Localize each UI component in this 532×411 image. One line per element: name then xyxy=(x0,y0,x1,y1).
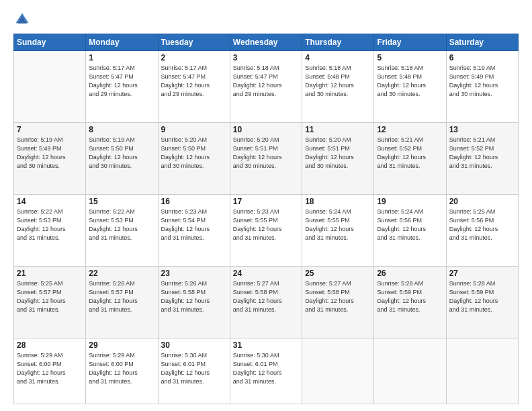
day-info: Sunrise: 5:18 AM Sunset: 5:48 PM Dayligh… xyxy=(377,64,443,99)
day-number: 5 xyxy=(377,53,443,62)
day-info: Sunrise: 5:29 AM Sunset: 6:00 PM Dayligh… xyxy=(17,351,83,386)
day-number: 8 xyxy=(89,125,154,134)
calendar-cell: 12Sunrise: 5:21 AM Sunset: 5:52 PM Dayli… xyxy=(374,122,446,194)
page: SundayMondayTuesdayWednesdayThursdayFrid… xyxy=(0,0,532,411)
day-number: 9 xyxy=(161,125,227,134)
calendar-cell: 10Sunrise: 5:20 AM Sunset: 5:51 PM Dayli… xyxy=(230,122,302,194)
calendar-cell: 21Sunrise: 5:25 AM Sunset: 5:57 PM Dayli… xyxy=(14,266,86,338)
calendar-cell: 3Sunrise: 5:18 AM Sunset: 5:47 PM Daylig… xyxy=(230,51,302,123)
day-info: Sunrise: 5:20 AM Sunset: 5:51 PM Dayligh… xyxy=(305,136,371,171)
calendar-cell: 29Sunrise: 5:29 AM Sunset: 6:00 PM Dayli… xyxy=(86,338,158,404)
day-info: Sunrise: 5:30 AM Sunset: 6:01 PM Dayligh… xyxy=(161,351,227,386)
calendar-cell: 17Sunrise: 5:23 AM Sunset: 5:55 PM Dayli… xyxy=(230,194,302,266)
weekday-header: Thursday xyxy=(302,34,374,51)
day-info: Sunrise: 5:22 AM Sunset: 5:53 PM Dayligh… xyxy=(89,208,154,242)
day-number: 19 xyxy=(377,197,443,206)
day-number: 2 xyxy=(161,53,227,62)
day-info: Sunrise: 5:19 AM Sunset: 5:49 PM Dayligh… xyxy=(449,64,515,99)
day-number: 31 xyxy=(233,340,299,350)
logo xyxy=(13,12,32,27)
calendar-cell: 25Sunrise: 5:27 AM Sunset: 5:58 PM Dayli… xyxy=(302,266,374,338)
day-info: Sunrise: 5:19 AM Sunset: 5:49 PM Dayligh… xyxy=(17,136,83,171)
day-number: 23 xyxy=(161,269,227,278)
day-info: Sunrise: 5:29 AM Sunset: 6:00 PM Dayligh… xyxy=(89,351,154,386)
day-number: 11 xyxy=(305,125,371,134)
calendar-cell: 7Sunrise: 5:19 AM Sunset: 5:49 PM Daylig… xyxy=(14,122,86,194)
day-number: 24 xyxy=(233,269,299,278)
calendar-table: SundayMondayTuesdayWednesdayThursdayFrid… xyxy=(13,34,519,404)
day-info: Sunrise: 5:18 AM Sunset: 5:47 PM Dayligh… xyxy=(233,64,299,99)
day-info: Sunrise: 5:28 AM Sunset: 5:59 PM Dayligh… xyxy=(377,279,443,314)
day-number: 6 xyxy=(449,53,515,62)
day-number: 10 xyxy=(233,125,299,134)
day-info: Sunrise: 5:22 AM Sunset: 5:53 PM Dayligh… xyxy=(17,208,83,242)
day-number: 13 xyxy=(449,125,515,134)
day-info: Sunrise: 5:20 AM Sunset: 5:50 PM Dayligh… xyxy=(161,136,227,171)
calendar-cell xyxy=(446,338,518,404)
day-info: Sunrise: 5:27 AM Sunset: 5:58 PM Dayligh… xyxy=(305,279,371,314)
calendar-cell: 19Sunrise: 5:24 AM Sunset: 5:56 PM Dayli… xyxy=(374,194,446,266)
day-number: 4 xyxy=(305,53,371,62)
calendar-cell: 13Sunrise: 5:21 AM Sunset: 5:52 PM Dayli… xyxy=(446,122,518,194)
day-info: Sunrise: 5:24 AM Sunset: 5:55 PM Dayligh… xyxy=(305,208,371,242)
calendar-cell xyxy=(14,51,86,123)
day-number: 1 xyxy=(89,53,154,62)
weekday-header: Wednesday xyxy=(230,34,302,51)
day-info: Sunrise: 5:21 AM Sunset: 5:52 PM Dayligh… xyxy=(377,136,443,171)
calendar-cell: 9Sunrise: 5:20 AM Sunset: 5:50 PM Daylig… xyxy=(158,122,230,194)
weekday-header: Tuesday xyxy=(158,34,230,51)
day-number: 16 xyxy=(161,197,227,206)
day-info: Sunrise: 5:20 AM Sunset: 5:51 PM Dayligh… xyxy=(233,136,299,171)
day-info: Sunrise: 5:26 AM Sunset: 5:58 PM Dayligh… xyxy=(161,279,227,314)
calendar-cell: 5Sunrise: 5:18 AM Sunset: 5:48 PM Daylig… xyxy=(374,51,446,123)
weekday-header: Saturday xyxy=(446,34,518,51)
calendar-cell: 4Sunrise: 5:18 AM Sunset: 5:48 PM Daylig… xyxy=(302,51,374,123)
calendar-cell: 31Sunrise: 5:30 AM Sunset: 6:01 PM Dayli… xyxy=(230,338,302,404)
calendar-cell: 8Sunrise: 5:19 AM Sunset: 5:50 PM Daylig… xyxy=(86,122,158,194)
day-info: Sunrise: 5:23 AM Sunset: 5:54 PM Dayligh… xyxy=(161,208,227,242)
calendar-cell: 15Sunrise: 5:22 AM Sunset: 5:53 PM Dayli… xyxy=(86,194,158,266)
weekday-header: Monday xyxy=(86,34,158,51)
day-number: 30 xyxy=(161,340,227,350)
day-info: Sunrise: 5:17 AM Sunset: 5:47 PM Dayligh… xyxy=(89,64,154,99)
day-info: Sunrise: 5:28 AM Sunset: 5:59 PM Dayligh… xyxy=(449,279,515,314)
day-info: Sunrise: 5:24 AM Sunset: 5:56 PM Dayligh… xyxy=(377,208,443,242)
day-number: 25 xyxy=(305,269,371,278)
day-number: 29 xyxy=(89,340,154,350)
day-number: 17 xyxy=(233,197,299,206)
calendar-cell xyxy=(374,338,446,404)
day-number: 21 xyxy=(17,269,83,278)
day-number: 14 xyxy=(17,197,83,206)
day-number: 15 xyxy=(89,197,154,206)
day-number: 27 xyxy=(449,269,515,278)
day-info: Sunrise: 5:25 AM Sunset: 5:57 PM Dayligh… xyxy=(17,279,83,314)
calendar-cell: 2Sunrise: 5:17 AM Sunset: 5:47 PM Daylig… xyxy=(158,51,230,123)
day-info: Sunrise: 5:17 AM Sunset: 5:47 PM Dayligh… xyxy=(161,64,227,99)
calendar-cell: 16Sunrise: 5:23 AM Sunset: 5:54 PM Dayli… xyxy=(158,194,230,266)
day-info: Sunrise: 5:30 AM Sunset: 6:01 PM Dayligh… xyxy=(233,351,299,386)
day-info: Sunrise: 5:25 AM Sunset: 5:56 PM Dayligh… xyxy=(449,208,515,242)
day-number: 26 xyxy=(377,269,443,278)
day-info: Sunrise: 5:23 AM Sunset: 5:55 PM Dayligh… xyxy=(233,208,299,242)
calendar-cell: 14Sunrise: 5:22 AM Sunset: 5:53 PM Dayli… xyxy=(14,194,86,266)
day-info: Sunrise: 5:27 AM Sunset: 5:58 PM Dayligh… xyxy=(233,279,299,314)
calendar-cell: 11Sunrise: 5:20 AM Sunset: 5:51 PM Dayli… xyxy=(302,122,374,194)
day-number: 18 xyxy=(305,197,371,206)
calendar-cell xyxy=(302,338,374,404)
day-number: 22 xyxy=(89,269,154,278)
day-number: 20 xyxy=(449,197,515,206)
day-info: Sunrise: 5:21 AM Sunset: 5:52 PM Dayligh… xyxy=(449,136,515,171)
day-info: Sunrise: 5:18 AM Sunset: 5:48 PM Dayligh… xyxy=(305,64,371,99)
calendar-cell: 1Sunrise: 5:17 AM Sunset: 5:47 PM Daylig… xyxy=(86,51,158,123)
calendar-cell: 20Sunrise: 5:25 AM Sunset: 5:56 PM Dayli… xyxy=(446,194,518,266)
calendar-cell: 6Sunrise: 5:19 AM Sunset: 5:49 PM Daylig… xyxy=(446,51,518,123)
weekday-header: Friday xyxy=(374,34,446,51)
header xyxy=(13,12,519,27)
calendar-cell: 27Sunrise: 5:28 AM Sunset: 5:59 PM Dayli… xyxy=(446,266,518,338)
day-number: 7 xyxy=(17,125,83,134)
calendar-cell: 30Sunrise: 5:30 AM Sunset: 6:01 PM Dayli… xyxy=(158,338,230,404)
day-number: 28 xyxy=(17,340,83,350)
weekday-header: Sunday xyxy=(14,34,86,51)
calendar-cell: 23Sunrise: 5:26 AM Sunset: 5:58 PM Dayli… xyxy=(158,266,230,338)
day-number: 3 xyxy=(233,53,299,62)
